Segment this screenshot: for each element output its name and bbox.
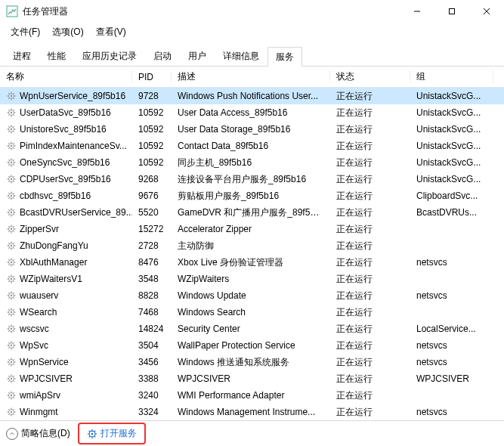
cell-group: UnistackSvcG... <box>410 141 493 151</box>
tab-startup[interactable]: 启动 <box>145 46 180 66</box>
cell-name: WpnService <box>0 357 132 367</box>
svg-line-23 <box>14 110 14 110</box>
close-button[interactable] <box>469 0 504 23</box>
table-row[interactable]: ZipperSvr15272Accelerator Zipper正在运行 <box>0 221 504 237</box>
table-row[interactable]: UserDataSvc_89f5b1610592User Data Access… <box>0 104 504 121</box>
table-row[interactable]: Winmgmt3324Windows Management Instrume..… <box>0 404 504 420</box>
cell-status: 正在运行 <box>330 240 410 252</box>
menu-file[interactable]: 文件(F) <box>5 24 46 40</box>
tab-details[interactable]: 详细信息 <box>215 46 267 66</box>
cell-group: netsvcs <box>410 340 493 351</box>
svg-line-62 <box>14 181 14 182</box>
cell-desc: WallPaper Protection Service <box>172 340 330 351</box>
svg-point-66 <box>11 195 12 197</box>
titlebar: 任务管理器 <box>0 0 504 23</box>
svg-line-184 <box>8 381 9 382</box>
table-row[interactable]: WpnService3456Windows 推送通知系统服务正在运行netsvc… <box>0 354 504 370</box>
svg-line-22 <box>14 115 14 116</box>
col-header-desc[interactable]: 描述 <box>172 70 330 83</box>
svg-line-181 <box>8 376 9 376</box>
col-header-name[interactable]: 名称 <box>0 70 132 83</box>
cell-group: UnistackSvcG... <box>410 91 493 101</box>
svg-line-12 <box>14 98 14 99</box>
table-row[interactable]: WSearch7468Windows Search正在运行 <box>0 304 504 321</box>
tab-users[interactable]: 用户 <box>180 46 215 66</box>
cell-status: 正在运行 <box>330 206 410 219</box>
service-name: OneSyncSvc_89f5b16 <box>20 157 110 168</box>
svg-line-63 <box>14 176 14 177</box>
svg-line-113 <box>14 259 14 260</box>
table-row[interactable]: wscsvc14824Security Center正在运行LocalServi… <box>0 321 504 337</box>
svg-line-104 <box>8 248 9 249</box>
service-name: WSearch <box>20 307 57 317</box>
table-row[interactable]: WpnUserService_89f5b169728Windows Push N… <box>0 88 504 104</box>
service-name: PimIndexMaintenanceSv... <box>20 141 127 151</box>
table-row[interactable]: BcastDVRUserService_89...5520GameDVR 和广播… <box>0 204 504 221</box>
svg-line-54 <box>8 165 9 166</box>
table-row[interactable]: wuauserv8828Windows Update正在运行netsvcs <box>0 287 504 304</box>
tab-performance[interactable]: 性能 <box>39 46 74 66</box>
svg-line-51 <box>8 160 9 160</box>
table-row[interactable]: WpSvc3504WallPaper Protection Service正在运… <box>0 337 504 354</box>
svg-line-73 <box>14 193 14 194</box>
svg-line-132 <box>14 298 14 299</box>
table-row[interactable]: WPJCSIVER3388WPJCSIVER正在运行WPJCSIVER <box>0 370 504 387</box>
table-row[interactable]: OneSyncSvc_89f5b1610592同步主机_89f5b16正在运行U… <box>0 154 504 171</box>
table-row[interactable]: CDPUserSvc_89f5b169268连接设备平台用户服务_89f5b16… <box>0 171 504 187</box>
svg-line-82 <box>14 215 14 215</box>
svg-point-26 <box>11 129 12 130</box>
svg-point-196 <box>11 411 12 413</box>
svg-line-24 <box>8 115 9 116</box>
service-name: CDPUserSvc_89f5b16 <box>20 174 111 184</box>
cell-group: netsvcs <box>410 257 493 268</box>
service-name: WpSvc <box>20 340 48 351</box>
open-services-button[interactable]: 打开服务 <box>78 423 146 444</box>
cell-name: wscsvc <box>0 324 132 334</box>
cell-pid: 8476 <box>132 257 172 268</box>
menu-view[interactable]: 查看(V) <box>90 24 132 40</box>
svg-line-191 <box>8 392 9 393</box>
svg-line-143 <box>14 309 14 310</box>
cell-pid: 3388 <box>132 373 172 384</box>
cell-group: netsvcs <box>410 407 493 417</box>
cell-group: UnistackSvcG... <box>410 107 493 118</box>
cell-status: 正在运行 <box>330 323 410 336</box>
cell-pid: 9268 <box>132 174 172 184</box>
tab-services[interactable]: 服务 <box>267 47 302 67</box>
tab-history[interactable]: 应用历史记录 <box>74 46 145 66</box>
table-header: 名称 PID 描述 状态 组 <box>0 67 504 88</box>
table-row[interactable]: wmiApSrv3240WMI Performance Adapter正在运行 <box>0 387 504 404</box>
svg-line-164 <box>8 348 9 348</box>
tab-processes[interactable]: 进程 <box>5 46 39 66</box>
cell-desc: Windows Push Notifications User... <box>172 91 330 101</box>
cell-desc: Windows Search <box>172 307 330 317</box>
service-name: wscsvc <box>20 324 49 334</box>
col-header-group[interactable]: 组 <box>410 70 493 83</box>
svg-line-64 <box>8 181 9 182</box>
table-row[interactable]: UnistoreSvc_89f5b1610592User Data Storag… <box>0 121 504 138</box>
svg-line-203 <box>14 409 14 410</box>
minimize-button[interactable] <box>400 0 434 23</box>
table-row[interactable]: cbdhsvc_89f5b169676剪贴板用户服务_89f5b16正在运行Cl… <box>0 187 504 204</box>
cell-name: ZhuDongFangYu <box>0 240 132 251</box>
svg-line-41 <box>8 143 9 144</box>
svg-point-96 <box>11 245 12 246</box>
table-row[interactable]: XblAuthManager8476Xbox Live 身份验证管理器正在运行n… <box>0 254 504 271</box>
svg-line-171 <box>8 359 9 360</box>
fewer-details-button[interactable]: 简略信息(D) <box>6 427 70 440</box>
table-row[interactable]: ZhuDongFangYu2728主动防御正在运行 <box>0 237 504 254</box>
col-header-status[interactable]: 状态 <box>330 70 410 83</box>
maximize-button[interactable] <box>434 0 469 23</box>
cell-pid: 14824 <box>132 324 172 334</box>
col-header-pid[interactable]: PID <box>132 72 172 82</box>
chevron-up-icon <box>6 428 18 440</box>
svg-line-224 <box>88 436 89 437</box>
service-icon <box>6 324 17 334</box>
svg-line-142 <box>14 314 14 315</box>
cell-pid: 10592 <box>132 157 172 168</box>
table-row[interactable]: PimIndexMaintenanceSv...10592Contact Dat… <box>0 138 504 154</box>
menu-options[interactable]: 选项(O) <box>46 24 89 40</box>
svg-line-122 <box>14 281 14 282</box>
cell-name: OneSyncSvc_89f5b16 <box>0 157 132 168</box>
table-row[interactable]: WZipWaitersV13548WZipWaiters正在运行 <box>0 271 504 287</box>
